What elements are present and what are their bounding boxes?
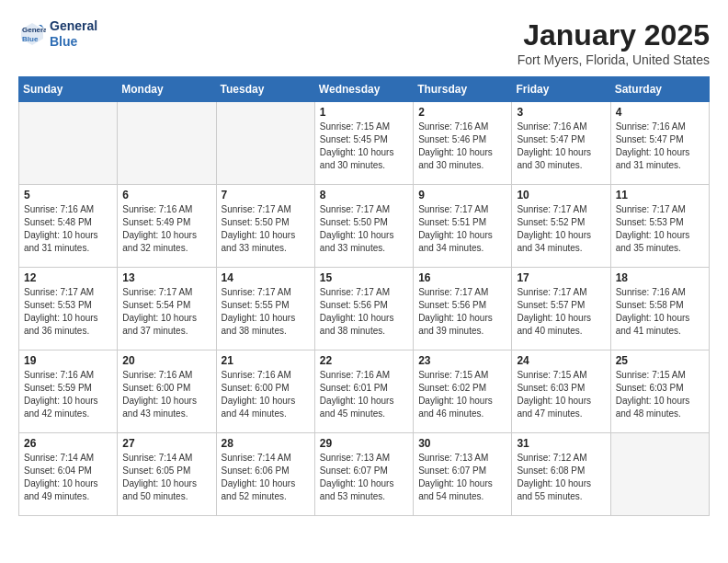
logo: General Blue General Blue [18, 18, 97, 50]
calendar-title: January 2025 [518, 18, 710, 52]
calendar-day-cell: 31Sunrise: 7:12 AM Sunset: 6:08 PM Dayli… [512, 433, 610, 516]
day-info: Sunrise: 7:16 AM Sunset: 6:00 PM Dayligh… [222, 369, 310, 420]
calendar-day-cell: 14Sunrise: 7:17 AM Sunset: 5:55 PM Dayli… [216, 268, 314, 350]
day-number: 13 [122, 271, 210, 284]
calendar-day-cell: 8Sunrise: 7:17 AM Sunset: 5:50 PM Daylig… [314, 185, 413, 268]
day-number: 9 [418, 189, 506, 201]
calendar-week-row: 5Sunrise: 7:16 AM Sunset: 5:48 PM Daylig… [19, 185, 710, 268]
weekday-header-monday: Monday [118, 77, 216, 102]
day-info: Sunrise: 7:16 AM Sunset: 5:59 PM Dayligh… [24, 369, 112, 420]
calendar-day-cell: 18Sunrise: 7:16 AM Sunset: 5:58 PM Dayli… [610, 268, 709, 350]
day-number: 18 [616, 271, 704, 284]
calendar-day-cell [610, 433, 709, 516]
day-number: 7 [222, 189, 310, 201]
logo-icon: General Blue [18, 20, 46, 48]
day-number: 6 [122, 189, 210, 201]
logo-blue: Blue [50, 34, 97, 50]
day-number: 19 [24, 354, 112, 367]
calendar-subtitle: Fort Myers, Florida, United States [518, 52, 710, 67]
calendar-day-cell: 3Sunrise: 7:16 AM Sunset: 5:47 PM Daylig… [512, 102, 610, 185]
calendar-day-cell: 30Sunrise: 7:13 AM Sunset: 6:07 PM Dayli… [414, 433, 512, 516]
calendar-day-cell [19, 102, 118, 185]
day-number: 16 [418, 271, 506, 284]
calendar-day-cell: 21Sunrise: 7:16 AM Sunset: 6:00 PM Dayli… [216, 350, 314, 433]
calendar-day-cell: 29Sunrise: 7:13 AM Sunset: 6:07 PM Dayli… [314, 433, 413, 516]
day-info: Sunrise: 7:14 AM Sunset: 6:04 PM Dayligh… [24, 452, 112, 503]
calendar-day-cell: 1Sunrise: 7:15 AM Sunset: 5:45 PM Daylig… [314, 102, 413, 185]
title-area: January 2025 Fort Myers, Florida, United… [518, 18, 710, 67]
day-number: 27 [122, 437, 210, 450]
calendar-day-cell: 27Sunrise: 7:14 AM Sunset: 6:05 PM Dayli… [118, 433, 216, 516]
day-number: 25 [616, 354, 704, 367]
day-number: 23 [418, 354, 506, 367]
calendar-day-cell: 11Sunrise: 7:17 AM Sunset: 5:53 PM Dayli… [610, 185, 709, 268]
day-info: Sunrise: 7:17 AM Sunset: 5:50 PM Dayligh… [320, 203, 408, 255]
day-info: Sunrise: 7:17 AM Sunset: 5:56 PM Dayligh… [320, 286, 408, 338]
day-number: 26 [24, 437, 112, 450]
day-info: Sunrise: 7:17 AM Sunset: 5:55 PM Dayligh… [222, 286, 310, 338]
svg-text:Blue: Blue [22, 35, 39, 43]
day-number: 5 [24, 189, 112, 201]
day-number: 2 [418, 106, 506, 119]
day-info: Sunrise: 7:14 AM Sunset: 6:05 PM Dayligh… [122, 452, 210, 503]
calendar-day-cell: 6Sunrise: 7:16 AM Sunset: 5:49 PM Daylig… [118, 185, 216, 268]
day-number: 17 [517, 271, 605, 284]
weekday-header-friday: Friday [512, 77, 610, 102]
weekday-header-thursday: Thursday [414, 77, 512, 102]
day-info: Sunrise: 7:16 AM Sunset: 5:49 PM Dayligh… [122, 203, 210, 255]
calendar-day-cell: 24Sunrise: 7:15 AM Sunset: 6:03 PM Dayli… [512, 350, 610, 433]
calendar-day-cell: 7Sunrise: 7:17 AM Sunset: 5:50 PM Daylig… [216, 185, 314, 268]
calendar-day-cell: 20Sunrise: 7:16 AM Sunset: 6:00 PM Dayli… [118, 350, 216, 433]
day-number: 11 [616, 189, 704, 201]
calendar-day-cell: 2Sunrise: 7:16 AM Sunset: 5:46 PM Daylig… [414, 102, 512, 185]
calendar-day-cell: 19Sunrise: 7:16 AM Sunset: 5:59 PM Dayli… [19, 350, 118, 433]
day-number: 28 [222, 437, 310, 450]
page-header: General Blue General Blue January 2025 F… [18, 18, 710, 67]
calendar-week-row: 19Sunrise: 7:16 AM Sunset: 5:59 PM Dayli… [19, 350, 710, 433]
calendar-week-row: 1Sunrise: 7:15 AM Sunset: 5:45 PM Daylig… [19, 102, 710, 185]
day-info: Sunrise: 7:12 AM Sunset: 6:08 PM Dayligh… [517, 452, 605, 503]
day-number: 29 [320, 437, 408, 450]
calendar-table: SundayMondayTuesdayWednesdayThursdayFrid… [18, 76, 710, 516]
calendar-day-cell [216, 102, 314, 185]
calendar-day-cell: 15Sunrise: 7:17 AM Sunset: 5:56 PM Dayli… [314, 268, 413, 350]
day-info: Sunrise: 7:17 AM Sunset: 5:50 PM Dayligh… [222, 203, 310, 255]
calendar-day-cell: 13Sunrise: 7:17 AM Sunset: 5:54 PM Dayli… [118, 268, 216, 350]
logo-text: General Blue [50, 18, 97, 50]
day-info: Sunrise: 7:16 AM Sunset: 6:01 PM Dayligh… [320, 369, 408, 420]
calendar-day-cell: 9Sunrise: 7:17 AM Sunset: 5:51 PM Daylig… [414, 185, 512, 268]
day-info: Sunrise: 7:16 AM Sunset: 5:47 PM Dayligh… [517, 121, 605, 172]
day-number: 21 [222, 354, 310, 367]
day-info: Sunrise: 7:16 AM Sunset: 5:58 PM Dayligh… [616, 286, 704, 338]
calendar-day-cell: 10Sunrise: 7:17 AM Sunset: 5:52 PM Dayli… [512, 185, 610, 268]
weekday-header-sunday: Sunday [19, 77, 118, 102]
weekday-header-wednesday: Wednesday [314, 77, 413, 102]
day-info: Sunrise: 7:17 AM Sunset: 5:56 PM Dayligh… [418, 286, 506, 338]
weekday-header-tuesday: Tuesday [216, 77, 314, 102]
calendar-day-cell: 17Sunrise: 7:17 AM Sunset: 5:57 PM Dayli… [512, 268, 610, 350]
day-number: 1 [320, 106, 408, 119]
day-number: 4 [616, 106, 704, 119]
calendar-day-cell [118, 102, 216, 185]
day-info: Sunrise: 7:17 AM Sunset: 5:54 PM Dayligh… [122, 286, 210, 338]
day-info: Sunrise: 7:16 AM Sunset: 5:47 PM Dayligh… [616, 121, 704, 172]
day-number: 24 [517, 354, 605, 367]
weekday-header-row: SundayMondayTuesdayWednesdayThursdayFrid… [19, 77, 710, 102]
calendar-day-cell: 12Sunrise: 7:17 AM Sunset: 5:53 PM Dayli… [19, 268, 118, 350]
day-info: Sunrise: 7:17 AM Sunset: 5:53 PM Dayligh… [616, 203, 704, 255]
day-info: Sunrise: 7:16 AM Sunset: 5:48 PM Dayligh… [24, 203, 112, 255]
day-info: Sunrise: 7:17 AM Sunset: 5:57 PM Dayligh… [517, 286, 605, 338]
day-info: Sunrise: 7:17 AM Sunset: 5:52 PM Dayligh… [517, 203, 605, 255]
day-info: Sunrise: 7:16 AM Sunset: 5:46 PM Dayligh… [418, 121, 506, 172]
day-number: 8 [320, 189, 408, 201]
day-info: Sunrise: 7:15 AM Sunset: 6:02 PM Dayligh… [418, 369, 506, 420]
calendar-day-cell: 28Sunrise: 7:14 AM Sunset: 6:06 PM Dayli… [216, 433, 314, 516]
calendar-day-cell: 23Sunrise: 7:15 AM Sunset: 6:02 PM Dayli… [414, 350, 512, 433]
calendar-day-cell: 22Sunrise: 7:16 AM Sunset: 6:01 PM Dayli… [314, 350, 413, 433]
calendar-day-cell: 16Sunrise: 7:17 AM Sunset: 5:56 PM Dayli… [414, 268, 512, 350]
day-number: 14 [222, 271, 310, 284]
day-info: Sunrise: 7:15 AM Sunset: 6:03 PM Dayligh… [517, 369, 605, 420]
calendar-day-cell: 25Sunrise: 7:15 AM Sunset: 6:03 PM Dayli… [610, 350, 709, 433]
day-number: 15 [320, 271, 408, 284]
calendar-day-cell: 5Sunrise: 7:16 AM Sunset: 5:48 PM Daylig… [19, 185, 118, 268]
